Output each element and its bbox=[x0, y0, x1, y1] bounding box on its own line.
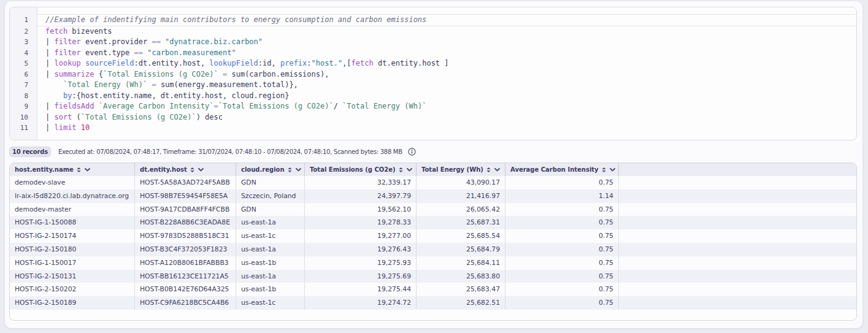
table-row[interactable]: HOST-IG-1-150088HOST-B228A8B6C3EADA8Eus-… bbox=[10, 216, 856, 229]
table-cell[interactable]: 25,683.80 bbox=[417, 270, 505, 283]
chevron-down-icon[interactable] bbox=[494, 168, 500, 172]
table-cell[interactable]: GDN bbox=[236, 203, 305, 216]
table-cell[interactable]: demodev-master bbox=[10, 203, 135, 216]
table-cell[interactable]: HOST-IG-2-150174 bbox=[10, 229, 135, 243]
code-line[interactable]: by:{host.entity.name, dt.entity.host, cl… bbox=[37, 91, 856, 102]
table-cell[interactable]: HOST-IG-1-150088 bbox=[10, 216, 135, 229]
code-line[interactable]: | summarize {`Total Emissions (g CO2e)` … bbox=[37, 69, 856, 80]
code-line[interactable]: | fieldsAdd `Average Carbon Intensity`=`… bbox=[37, 101, 856, 112]
table-cell[interactable]: lr-aix-l5d8220.ci.lab.dynatrace.org bbox=[10, 189, 135, 203]
code-line[interactable]: `Total Energy (Wh)` = sum(energy.measure… bbox=[37, 80, 856, 91]
table-cell[interactable]: 24,397.79 bbox=[305, 189, 417, 203]
table-cell[interactable]: 0.75 bbox=[505, 283, 619, 296]
table-cell[interactable]: 19,562.10 bbox=[305, 203, 417, 216]
table-cell[interactable]: HOST-BB16123CE11721A5 bbox=[135, 270, 236, 283]
table-row[interactable]: demodev-masterHOST-9A17CDBA8FF4FCBBGDN19… bbox=[10, 203, 856, 216]
table-cell[interactable]: HOST-5A58A3AD724F5ABB bbox=[135, 176, 236, 189]
table-cell[interactable]: 25,685.54 bbox=[417, 229, 505, 243]
table-row[interactable]: HOST-IG-2-150174HOST-9783D5288B518C31us-… bbox=[10, 229, 856, 243]
sort-icon[interactable] bbox=[288, 167, 292, 172]
column-header-cloud.region[interactable]: cloud.region bbox=[236, 163, 305, 176]
code-line[interactable]: | filter event.provider == "dynatrace.bi… bbox=[37, 37, 856, 48]
table-cell[interactable]: 19,275.93 bbox=[305, 256, 417, 270]
chevron-down-icon[interactable] bbox=[610, 168, 615, 172]
table-cell[interactable]: 19,276.43 bbox=[305, 243, 417, 256]
table-cell[interactable]: 19,274.72 bbox=[305, 296, 417, 310]
table-cell[interactable]: HOST-B3C4F372053F1823 bbox=[135, 243, 236, 256]
chevron-down-icon[interactable] bbox=[407, 168, 412, 172]
chevron-down-icon[interactable] bbox=[198, 168, 204, 172]
table-cell[interactable]: us-east-1b bbox=[236, 256, 305, 270]
column-header-host.entity.name[interactable]: host.entity.name bbox=[10, 163, 135, 176]
chevron-down-icon[interactable] bbox=[85, 168, 90, 172]
info-circle-icon[interactable] bbox=[408, 148, 416, 156]
code-line[interactable]: fetch bizevents bbox=[37, 26, 856, 37]
table-cell[interactable]: Szczecin, Poland bbox=[236, 189, 305, 203]
column-header-Total Energy (Wh)[interactable]: Total Energy (Wh) bbox=[417, 163, 505, 176]
table-cell[interactable]: HOST-9783D5288B518C31 bbox=[135, 229, 236, 243]
table-cell[interactable]: HOST-IG-2-150189 bbox=[10, 296, 135, 310]
table-cell[interactable]: 25,682.51 bbox=[417, 296, 505, 310]
table-cell[interactable]: 25,684.79 bbox=[417, 243, 505, 256]
table-cell[interactable]: 19,275.69 bbox=[305, 270, 417, 283]
table-cell[interactable]: HOST-IG-1-150017 bbox=[10, 256, 135, 270]
table-row[interactable]: demodev-slaveHOST-5A58A3AD724F5ABBGDN32,… bbox=[10, 176, 856, 189]
table-cell[interactable]: 25,683.47 bbox=[417, 283, 505, 296]
sort-icon[interactable] bbox=[602, 167, 606, 172]
table-cell[interactable]: 0.75 bbox=[505, 203, 619, 216]
table-cell[interactable]: 19,275.44 bbox=[305, 283, 417, 296]
table-cell[interactable]: 0.75 bbox=[505, 176, 619, 189]
table-cell[interactable]: HOST-98B7E59454F58E5A bbox=[135, 189, 236, 203]
table-cell[interactable]: demodev-slave bbox=[10, 176, 135, 189]
editor-code-area[interactable]: //Example of indentifying main contribut… bbox=[37, 7, 856, 140]
column-header-Average Carbon Intensity[interactable]: Average Carbon Intensity bbox=[505, 163, 619, 176]
table-cell[interactable]: 21,416.97 bbox=[417, 189, 505, 203]
table-cell[interactable]: us-east-1c bbox=[236, 229, 305, 243]
table-cell[interactable]: us-east-1c bbox=[236, 296, 305, 310]
code-line[interactable]: //Example of indentifying main contribut… bbox=[37, 14, 856, 26]
table-cell[interactable]: HOST-IG-2-150180 bbox=[10, 243, 135, 256]
column-header-Total Emissions (g CO2e)[interactable]: Total Emissions (g CO2e) bbox=[305, 163, 417, 176]
table-cell[interactable]: HOST-A120B8061BFABBB3 bbox=[135, 256, 236, 270]
table-cell[interactable]: HOST-IG-2-150131 bbox=[10, 270, 135, 283]
table-cell[interactable]: HOST-9A17CDBA8FF4FCBB bbox=[135, 203, 236, 216]
code-line[interactable]: | filter event.type == "carbon.measureme… bbox=[37, 48, 856, 59]
table-cell[interactable]: 0.75 bbox=[505, 243, 619, 256]
table-cell[interactable]: HOST-B0B142E76D64A325 bbox=[135, 283, 236, 296]
table-cell[interactable]: GDN bbox=[236, 176, 305, 189]
code-line[interactable]: | lookup sourceField:dt.entity.host, loo… bbox=[37, 58, 856, 69]
table-cell[interactable]: 0.75 bbox=[505, 296, 619, 310]
table-cell[interactable]: 32,339.17 bbox=[305, 176, 417, 189]
table-row[interactable]: HOST-IG-2-150131HOST-BB16123CE11721A5us-… bbox=[10, 270, 856, 283]
table-row[interactable]: HOST-IG-2-150202HOST-B0B142E76D64A325us-… bbox=[10, 283, 856, 296]
table-row[interactable]: lr-aix-l5d8220.ci.lab.dynatrace.orgHOST-… bbox=[10, 189, 856, 203]
table-cell[interactable]: 0.75 bbox=[505, 229, 619, 243]
table-cell[interactable]: 26,065.42 bbox=[417, 203, 505, 216]
table-cell[interactable]: 1.14 bbox=[505, 189, 619, 203]
table-cell[interactable]: 0.75 bbox=[505, 256, 619, 270]
table-row[interactable]: HOST-IG-2-150180HOST-B3C4F372053F1823us-… bbox=[10, 243, 856, 256]
code-line[interactable]: | limit 10 bbox=[37, 123, 856, 134]
code-line[interactable]: | sort (`Total Emissions (g CO2e)`) desc bbox=[37, 112, 856, 123]
table-cell[interactable]: 19,277.00 bbox=[305, 229, 417, 243]
table-cell[interactable]: HOST-IG-2-150202 bbox=[10, 283, 135, 296]
table-cell[interactable]: 19,278.33 bbox=[305, 216, 417, 229]
sort-icon[interactable] bbox=[399, 167, 403, 172]
table-cell[interactable]: HOST-B228A8B6C3EADA8E bbox=[135, 216, 236, 229]
table-cell[interactable]: 25,684.11 bbox=[417, 256, 505, 270]
table-cell[interactable]: 0.75 bbox=[505, 216, 619, 229]
table-cell[interactable]: HOST-C9FA6218BC5CA4B6 bbox=[135, 296, 236, 310]
dql-query-editor[interactable]: 1234567891011 //Example of indentifying … bbox=[9, 7, 857, 140]
table-cell[interactable]: 43,090.17 bbox=[417, 176, 505, 189]
table-cell[interactable]: us-east-1a bbox=[236, 270, 305, 283]
sort-icon[interactable] bbox=[190, 167, 194, 172]
table-cell[interactable]: 0.75 bbox=[505, 270, 619, 283]
table-row[interactable]: HOST-IG-1-150017HOST-A120B8061BFABBB3us-… bbox=[10, 256, 856, 270]
sort-icon[interactable] bbox=[486, 167, 491, 172]
column-header-dt.entity.host[interactable]: dt.entity.host bbox=[135, 163, 236, 176]
table-row[interactable]: HOST-IG-2-150189HOST-C9FA6218BC5CA4B6us-… bbox=[10, 296, 856, 310]
table-cell[interactable]: 25,687.31 bbox=[417, 216, 505, 229]
sort-icon[interactable] bbox=[77, 167, 81, 172]
table-cell[interactable]: us-east-1b bbox=[236, 283, 305, 296]
table-cell[interactable]: us-east-1a bbox=[236, 243, 305, 256]
